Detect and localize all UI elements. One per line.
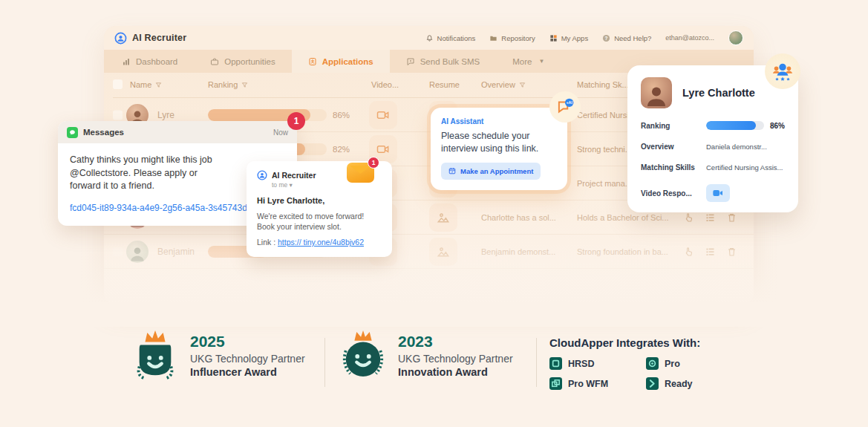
calendar-icon [448,167,456,175]
make-appointment-button[interactable]: Make an Appointment [441,163,541,180]
matching-skills-text: Project mana... [577,179,632,188]
tab-opportunities[interactable]: Opportunities [194,50,291,73]
award-2025: 2025 UKG Technology Partner Influencer A… [132,329,305,381]
user-avatar[interactable] [728,30,743,45]
integration-label: Pro [665,359,680,369]
filter-icon[interactable] [241,82,248,88]
award-title: Influencer Award [190,366,305,378]
column-video: Video... [371,80,399,89]
candidate-name: Lyre [157,110,174,120]
action-select-icon[interactable] [683,246,694,257]
svg-text:+AI: +AI [567,100,573,105]
messages-card-header: Messages Now [58,121,297,143]
messages-title: Messages [83,128,124,137]
tab-more[interactable]: More ▼ [496,50,561,73]
need-help-link[interactable]: ? Need Help? [602,34,651,42]
filter-icon[interactable] [519,82,526,88]
candidate-avatar [126,241,149,263]
select-all-checkbox[interactable] [113,79,123,89]
ai-assistant-message: Please schedule your interview using thi… [441,130,558,155]
message-link[interactable]: fcd045-it89-934a-a4e9-2g56-a45a-3s45743d… [70,202,255,215]
team-icon [765,53,800,89]
tab-label: Applications [322,57,373,66]
make-appointment-label: Make an Appointment [460,167,533,175]
ranking-percent: 82% [333,145,350,154]
email-card[interactable]: 1 AI Recruiter to me ▾ Hi Lyre Charlotte… [247,161,392,257]
app-header: AI Recruiter Notifications Repository My… [104,26,754,50]
bar-chart-icon [122,57,131,66]
action-delete-icon[interactable] [726,212,737,223]
hrsd-icon [549,357,562,370]
email-link[interactable]: https:// tiny.one/4u8bjv62 [278,238,364,247]
tab-applications[interactable]: Applications [292,50,390,73]
resume-image-button[interactable] [429,238,457,266]
table-row[interactable]: Benjamin 50% Benjamin demonst... Strong … [104,235,754,269]
integration-label: Pro WFM [568,379,608,389]
notifications-link[interactable]: Notifications [425,34,476,42]
row-checkbox[interactable] [113,247,123,256]
award-title: Innovation Award [398,366,513,378]
integration-pro-wfm: Pro WFM [549,377,646,390]
action-select-icon[interactable] [683,212,694,223]
pro-wfm-icon [549,377,562,390]
column-name: Name [130,80,151,89]
overview-label: Overview [641,143,706,151]
column-overview: Overview [481,80,515,89]
candidate-profile-card[interactable]: Lyre Charlotte Ranking 86% Overview Dani… [627,65,798,212]
action-list-icon[interactable] [705,212,716,223]
tab-dashboard[interactable]: Dashboard [105,50,194,73]
matching-skills-text: Strong techni... [577,145,632,154]
user-email[interactable]: ethan@atozco... [665,34,714,42]
video-response-button[interactable] [706,184,730,202]
ready-icon [646,377,659,390]
integration-hrsd: HRSD [549,357,646,370]
action-delete-icon[interactable] [726,246,737,257]
column-ranking: Ranking [208,80,238,89]
integration-pro: Pro [646,357,728,370]
video-response-label: Video Respo... [641,189,706,198]
filter-icon[interactable] [155,82,162,88]
column-resume: Resume [429,80,460,89]
question-icon: ? [602,34,610,42]
overview-text: Charlotte has a sol... [481,213,556,222]
column-matching-skills: Matching Sk... [577,80,629,89]
ukg-mascot-round-icon [340,329,386,381]
divider [536,338,537,387]
ranking-label: Ranking [641,122,706,130]
page: AI Recruiter Notifications Repository My… [0,0,868,427]
unread-badge: 1 [287,112,305,130]
ranking-bar [208,109,327,121]
row-checkbox[interactable] [113,110,123,120]
folder-icon [489,34,497,42]
message-text: Cathy thinks you might like this job @Co… [70,154,218,193]
ai-chat-bubble-icon: +AI [549,91,581,123]
matching-skills-text: Holds a Bachelor of Sci... [577,213,669,222]
notifications-label: Notifications [437,34,476,42]
tab-label: More [512,57,532,66]
integrations-title: CloudApper Integrates With: [549,336,728,349]
chat-bubble-icon [406,57,415,66]
chevron-down-icon: ▼ [538,58,544,65]
email-body: We're excited to move forward! Book your… [257,211,383,232]
tab-label: Dashboard [136,57,177,66]
ranking-percent: 86% [333,111,350,120]
profile-ranking-bar [706,121,764,130]
award-org: UKG Technology Partner [190,353,305,365]
resume-image-button[interactable] [429,203,457,232]
email-greeting: Hi Lyre Charlotte, [257,196,382,205]
ai-assistant-card[interactable]: +AI AI Assistant Please schedule your in… [431,108,567,190]
tab-label: Send Bulk SMS [420,57,480,66]
video-response-button[interactable] [369,101,397,129]
award-org: UKG Technology Partner [398,353,513,365]
ai-recruiter-logo-icon [114,32,127,45]
tab-send-bulk-sms[interactable]: Send Bulk SMS [390,50,497,73]
action-list-icon[interactable] [705,246,716,257]
divider [324,338,325,387]
integration-ready: Ready [646,377,728,390]
my-apps-link[interactable]: My Apps [549,34,588,42]
overview-value: Daniela demonstr... [706,143,767,151]
app-title: AI Recruiter [132,33,186,43]
repository-link[interactable]: Repository [489,34,535,42]
applications-icon [308,57,317,66]
repository-label: Repository [501,34,535,42]
